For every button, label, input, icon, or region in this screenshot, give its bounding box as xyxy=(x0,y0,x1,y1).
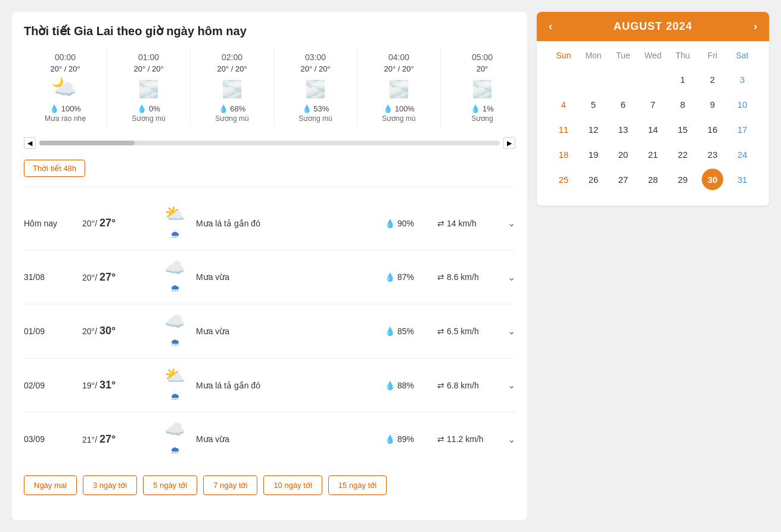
cal-cell[interactable]: 2 xyxy=(702,69,723,90)
daily-row: 01/09 20°/ 30° ☁️🌧 Mưa vừa 💧 85% ⇄ 6.5 k… xyxy=(24,304,515,359)
cal-cell[interactable]: 31 xyxy=(732,169,753,190)
cal-cell[interactable]: 30 xyxy=(702,169,723,190)
time-btn-2[interactable]: 5 ngày tới xyxy=(143,475,197,495)
cal-cell[interactable]: 12 xyxy=(583,119,604,140)
daily-icon: ⛅🌧 xyxy=(158,205,191,242)
hour-temp: 20° / 20° xyxy=(365,64,433,73)
cal-cell-empty xyxy=(642,69,664,90)
cal-cell[interactable]: 4 xyxy=(553,94,574,115)
cal-cell[interactable]: 21 xyxy=(642,144,664,165)
cal-cell[interactable]: 14 xyxy=(642,119,664,140)
hour-desc: Sương mù xyxy=(198,114,266,123)
hour-temp: 20° / 20° xyxy=(114,64,183,73)
hour-time: 01:00 xyxy=(114,52,183,62)
cal-cell[interactable]: 11 xyxy=(553,119,574,140)
cal-cell[interactable]: 23 xyxy=(702,144,723,165)
cal-day-name: Sun xyxy=(549,48,578,63)
btn-48h[interactable]: Thời tiết 48h xyxy=(24,160,85,177)
cal-day-names: SunMonTueWedThuFriSat xyxy=(537,41,769,65)
cal-cell[interactable]: 13 xyxy=(612,119,634,140)
cal-cell[interactable]: 29 xyxy=(672,169,693,190)
daily-desc: Mưa vừa xyxy=(196,434,380,444)
daily-humidity: 💧 89% xyxy=(385,434,432,444)
cal-cell[interactable]: 16 xyxy=(702,119,723,140)
daily-expand-btn[interactable]: ⌄ xyxy=(508,217,515,229)
hour-time: 04:00 xyxy=(365,52,433,62)
time-btn-0[interactable]: Ngày mai xyxy=(24,475,77,495)
cal-cell[interactable]: 26 xyxy=(583,169,604,190)
cal-cell[interactable]: 27 xyxy=(612,169,634,190)
cal-cell[interactable]: 19 xyxy=(583,144,604,165)
scroll-track xyxy=(39,141,500,145)
daily-desc: Mưa lá tả gần đó xyxy=(196,381,380,390)
daily-icon: ☁️🌧 xyxy=(158,259,191,296)
hour-temp: 20° / 20° xyxy=(281,64,350,73)
cal-grid: 1234567891011121314151617181920212223242… xyxy=(537,65,769,194)
cal-prev-btn[interactable]: ‹ xyxy=(549,20,552,33)
hour-temp: 20° / 20° xyxy=(31,64,99,73)
daily-row: 03/09 21°/ 27° ☁️🌧 Mưa vừa 💧 89% ⇄ 11.2 … xyxy=(24,412,515,466)
cal-cell[interactable]: 5 xyxy=(583,94,604,115)
cal-cell[interactable]: 8 xyxy=(672,94,693,115)
hour-desc: Sương xyxy=(448,114,515,123)
hour-icon: 🌫️ xyxy=(448,77,515,101)
daily-expand-btn[interactable]: ⌄ xyxy=(508,272,515,283)
time-btn-5[interactable]: 15 ngày tới xyxy=(328,475,387,495)
cal-cell[interactable]: 20 xyxy=(612,144,634,165)
right-panel: ‹ AUGUST 2024 › SunMonTueWedThuFriSat 12… xyxy=(537,12,769,520)
hour-rain: 💧 1% xyxy=(448,104,515,113)
daily-expand-btn[interactable]: ⌄ xyxy=(508,325,515,337)
daily-temp: 20°/ 30° xyxy=(82,325,154,337)
daily-wind: ⇄ 6.8 km/h xyxy=(437,381,503,390)
hourly-item: 02:00 20° / 20° 🌫️ 💧 68% Sương mù xyxy=(191,48,274,127)
daily-date: 01/09 xyxy=(24,326,77,336)
cal-cell[interactable]: 9 xyxy=(702,94,723,115)
hour-rain: 💧 0% xyxy=(114,104,183,113)
time-btn-4[interactable]: 10 ngày tới xyxy=(263,475,322,495)
cal-cell[interactable]: 1 xyxy=(672,69,693,90)
daily-icon: ☁️🌧 xyxy=(158,313,191,350)
cal-cell[interactable]: 18 xyxy=(553,144,574,165)
daily-humidity: 💧 90% xyxy=(385,219,432,228)
daily-expand-btn[interactable]: ⌄ xyxy=(508,434,515,445)
daily-expand-btn[interactable]: ⌄ xyxy=(508,379,515,391)
hour-rain: 💧 53% xyxy=(281,104,350,113)
hour-temp: 20° xyxy=(448,64,515,73)
cal-cell[interactable]: 28 xyxy=(642,169,664,190)
cal-cell[interactable]: 7 xyxy=(642,94,664,115)
cal-cell[interactable]: 15 xyxy=(672,119,693,140)
cal-cell[interactable]: 10 xyxy=(732,94,753,115)
cal-day-name: Thu xyxy=(668,48,698,63)
hour-rain: 💧 100% xyxy=(31,104,99,113)
page-title: Thời tiết Gia Lai theo giờ ngày hôm nay xyxy=(24,24,515,38)
hourly-item: 04:00 20° / 20° 🌫️ 💧 100% Sương mù xyxy=(357,48,441,127)
cal-cell[interactable]: 17 xyxy=(732,119,753,140)
hourly-item: 00:00 20° / 20° 🌙☁️ 💧 100% Mưa rào nhẹ xyxy=(24,48,107,127)
hour-temp: 20° / 20° xyxy=(198,64,266,73)
scroll-bar-area[interactable]: ◀ ▶ xyxy=(24,137,515,149)
time-btn-3[interactable]: 7 ngày tới xyxy=(203,475,257,495)
hour-time: 05:00 xyxy=(448,52,515,62)
cal-cell[interactable]: 24 xyxy=(732,144,753,165)
daily-temp: 20°/ 27° xyxy=(82,271,154,284)
hour-desc: Sương mù xyxy=(114,114,183,123)
hour-rain: 💧 100% xyxy=(365,104,433,113)
time-btn-1[interactable]: 3 ngày tới xyxy=(83,475,137,495)
cal-cell[interactable]: 25 xyxy=(553,169,574,190)
cal-cell-empty xyxy=(583,69,604,90)
daily-wind: ⇄ 14 km/h xyxy=(437,219,503,228)
hourly-item: 05:00 20° 🌫️ 💧 1% Sương xyxy=(441,48,515,127)
hourly-section: 00:00 20° / 20° 🌙☁️ 💧 100% Mưa rào nhẹ 0… xyxy=(24,48,515,132)
cal-cell-empty xyxy=(612,69,634,90)
daily-icon: ⛅🌧 xyxy=(158,367,191,404)
hour-rain: 💧 68% xyxy=(198,104,266,113)
cal-cell[interactable]: 6 xyxy=(612,94,634,115)
cal-day-name: Sat xyxy=(727,48,757,63)
scroll-left-btn[interactable]: ◀ xyxy=(24,137,36,149)
scroll-right-btn[interactable]: ▶ xyxy=(503,137,515,149)
cal-cell[interactable]: 3 xyxy=(732,69,753,90)
cal-cell[interactable]: 22 xyxy=(672,144,693,165)
cal-next-btn[interactable]: › xyxy=(754,20,757,33)
daily-list: Hôm nay 20°/ 27° ⛅🌧 Mưa lá tả gần đó 💧 9… xyxy=(24,197,515,466)
hour-icon: 🌫️ xyxy=(365,77,433,101)
